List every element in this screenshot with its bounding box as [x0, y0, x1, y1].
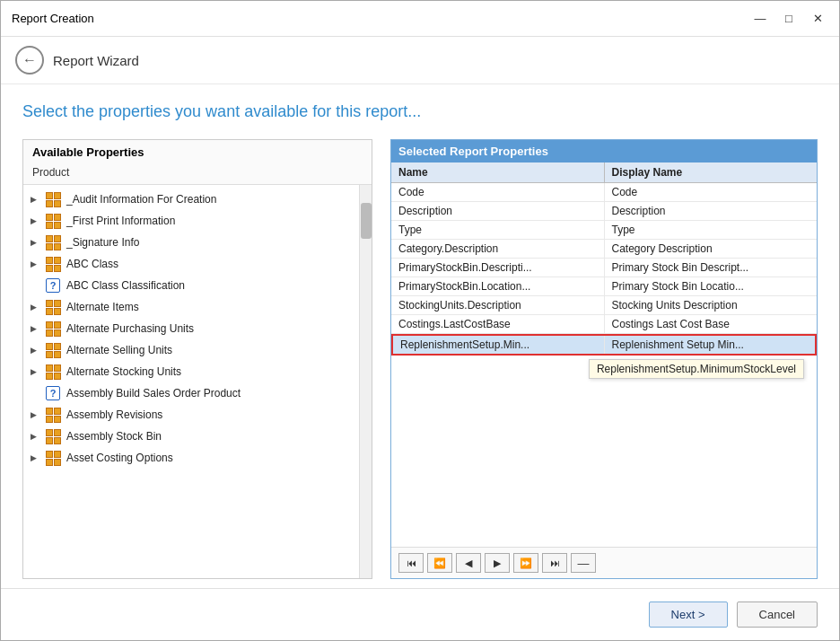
- table-cell-name: PrimaryStockBin.Location...: [391, 277, 605, 295]
- tooltip-box: ReplenishmentSetup.MinimumStockLevel: [589, 359, 804, 379]
- table-row[interactable]: DescriptionDescription: [391, 202, 817, 221]
- table-row[interactable]: ReplenishmentSetup.Min...Replenishment S…: [391, 334, 817, 356]
- tooltip-row: ReplenishmentSetup.MinimumStockLevel: [391, 356, 817, 382]
- nav-ctrl-next[interactable]: ▶: [485, 553, 510, 573]
- table-row[interactable]: Costings.LastCostBaseCostings Last Cost …: [391, 315, 817, 334]
- table-row[interactable]: StockingUnits.DescriptionStocking Units …: [391, 296, 817, 315]
- left-scrollbar[interactable]: [359, 185, 372, 578]
- cancel-button[interactable]: Cancel: [737, 601, 818, 628]
- available-properties-list[interactable]: ▶_Audit Information For Creation▶_First …: [23, 184, 372, 578]
- left-list-inner: ▶_Audit Information For Creation▶_First …: [23, 185, 372, 472]
- available-properties-header: Available Properties: [23, 140, 372, 164]
- nav-ctrl-dash[interactable]: —: [571, 553, 596, 573]
- expand-arrow-icon: ▶: [31, 238, 39, 247]
- next-button[interactable]: Next >: [649, 601, 728, 628]
- expand-arrow-icon: ▶: [31, 216, 39, 225]
- list-item[interactable]: ▶Assembly Revisions: [23, 404, 372, 426]
- question-icon: ?: [45, 385, 61, 401]
- nav-ctrl-last[interactable]: ⏭: [542, 553, 567, 573]
- table-cell-name: Category.Description: [391, 240, 605, 258]
- table-row[interactable]: PrimaryStockBin.Descripti...Primary Stoc…: [391, 259, 817, 277]
- table-row[interactable]: Category.DescriptionCategory Description: [391, 240, 817, 259]
- list-item[interactable]: ?Assembly Build Sales Order Product: [23, 382, 372, 404]
- left-panel: Available Properties Product ▶_Audit Inf…: [22, 139, 372, 579]
- list-item-label: _Signature Info: [66, 236, 139, 249]
- table-icon: [45, 213, 61, 229]
- table-icon: [45, 320, 61, 337]
- expand-arrow-icon: ▶: [31, 195, 39, 204]
- table-icon: [45, 450, 61, 466]
- table-icon: [45, 191, 61, 207]
- available-properties-sub: Product: [23, 164, 372, 184]
- list-item[interactable]: ▶ABC Class: [23, 253, 372, 275]
- list-item-label: _First Print Information: [66, 215, 175, 227]
- table-cell-name: ReplenishmentSetup.Min...: [393, 336, 605, 354]
- table-cell-name: Costings.LastCostBase: [391, 315, 605, 333]
- expand-arrow-icon: ▶: [31, 410, 39, 419]
- list-item[interactable]: ?ABC Class Classification: [23, 275, 372, 296]
- list-item-label: Assembly Revisions: [66, 408, 162, 421]
- list-item[interactable]: ▶_Signature Info: [23, 232, 372, 253]
- table-cell-display-name: Primary Stock Bin Locatio...: [605, 277, 818, 295]
- nav-ctrl-first[interactable]: ⏮: [398, 553, 424, 573]
- table-icon: [45, 234, 61, 250]
- table-cell-name: Code: [391, 183, 605, 201]
- close-button[interactable]: ✕: [807, 10, 828, 28]
- right-panel: Selected Report Properties Name Display …: [390, 139, 818, 579]
- nav-bar: ← Report Wizard: [1, 37, 839, 84]
- expand-arrow-icon: ▶: [31, 259, 39, 268]
- expand-arrow-icon: ▶: [31, 367, 39, 376]
- section-title: Select the properties you want available…: [22, 102, 818, 121]
- table-row[interactable]: PrimaryStockBin.Location...Primary Stock…: [391, 277, 817, 296]
- table-cell-display-name: Stocking Units Description: [605, 296, 818, 314]
- table-icon: [45, 364, 61, 380]
- list-item[interactable]: ▶Alternate Selling Units: [23, 339, 372, 361]
- list-item[interactable]: ▶Alternate Purchasing Units: [23, 318, 372, 339]
- list-item[interactable]: ▶Alternate Items: [23, 296, 372, 318]
- list-item[interactable]: ▶Alternate Stocking Units: [23, 361, 372, 382]
- table-cell-name: Description: [391, 202, 605, 220]
- window: Report Creation — □ ✕ ← Report Wizard Se…: [0, 0, 840, 641]
- window-title: Report Creation: [12, 12, 94, 25]
- list-item-label: Asset Costing Options: [66, 452, 173, 464]
- title-bar: Report Creation — □ ✕: [1, 1, 839, 37]
- expand-arrow-icon: ▶: [31, 432, 39, 441]
- table-icon: [45, 342, 61, 358]
- list-item[interactable]: ▶Asset Costing Options: [23, 447, 372, 469]
- table-body[interactable]: CodeCodeDescriptionDescriptionTypeTypeCa…: [391, 183, 817, 356]
- title-bar-controls: — □ ✕: [749, 10, 828, 28]
- list-item[interactable]: ▶Assembly Stock Bin: [23, 426, 372, 447]
- table-cell-display-name: Replenishment Setup Min...: [605, 336, 816, 354]
- nav-ctrl-next-page[interactable]: ⏩: [513, 553, 538, 573]
- minimize-button[interactable]: —: [749, 10, 771, 28]
- nav-ctrl-prev-page[interactable]: ⏪: [427, 553, 452, 573]
- maximize-button[interactable]: □: [778, 10, 800, 28]
- table-cell-display-name: Category Description: [605, 240, 818, 258]
- back-button[interactable]: ←: [15, 46, 44, 75]
- table-row[interactable]: CodeCode: [391, 183, 817, 202]
- table-icon: [45, 428, 61, 444]
- table-cell-display-name: Code: [605, 183, 818, 201]
- expand-arrow-icon: ▶: [31, 303, 39, 312]
- right-table: Name Display Name CodeCodeDescriptionDes…: [391, 162, 817, 547]
- col-name: Name: [391, 162, 605, 182]
- list-item[interactable]: ▶_First Print Information: [23, 210, 372, 232]
- wizard-label: Report Wizard: [53, 53, 139, 68]
- nav-controls: ⏮⏪◀▶⏩⏭—: [391, 547, 817, 578]
- col-display-name: Display Name: [605, 162, 818, 182]
- table-cell-display-name: Type: [605, 221, 818, 239]
- nav-ctrl-prev[interactable]: ◀: [456, 553, 481, 573]
- list-item-label: ABC Class Classification: [66, 279, 185, 292]
- table-cell-name: Type: [391, 221, 605, 239]
- list-item-label: Alternate Stocking Units: [66, 365, 181, 378]
- table-icon: [45, 256, 61, 272]
- table-cell-name: StockingUnits.Description: [391, 296, 605, 314]
- list-item-label: Alternate Items: [66, 301, 139, 313]
- left-scrollbar-thumb: [361, 203, 372, 239]
- list-item-label: ABC Class: [66, 258, 118, 270]
- list-item-label: Assembly Build Sales Order Product: [66, 387, 241, 400]
- table-row[interactable]: TypeType: [391, 221, 817, 240]
- selected-properties-header: Selected Report Properties: [391, 140, 817, 162]
- table-cell-display-name: Description: [605, 202, 818, 220]
- list-item[interactable]: ▶_Audit Information For Creation: [23, 189, 372, 210]
